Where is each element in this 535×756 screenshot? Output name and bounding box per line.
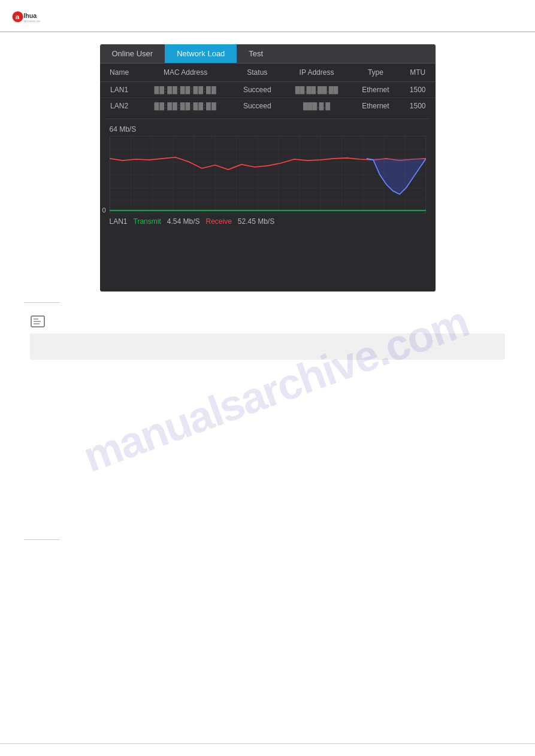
col-name: Name	[100, 63, 139, 82]
lan1-type: Ethernet	[351, 82, 400, 98]
chart-legend: LAN1 Transmit 4.54 Mb/S Receive 52.45 Mb…	[110, 217, 426, 226]
lan2-name: LAN2	[100, 98, 139, 114]
col-ip: IP Address	[282, 63, 351, 82]
network-table: Name MAC Address Status IP Address Type …	[100, 63, 436, 114]
legend-transmit-label: Transmit	[134, 217, 161, 226]
note-box	[30, 333, 505, 360]
note-section	[24, 315, 511, 360]
lan1-mac: ██:██:██:██:██	[139, 82, 232, 98]
col-mac: MAC Address	[139, 63, 232, 82]
tab-online-user[interactable]: Online User	[100, 44, 165, 63]
svg-rect-4	[110, 136, 426, 214]
lan1-ip: ██.██.██.██	[282, 82, 351, 98]
legend-receive-value: 52.45 Mb/S	[238, 217, 274, 226]
table-row: LAN2 ██:██:██:██:██ Succeed ███.█.█ Ethe…	[100, 98, 436, 114]
lan2-type: Ethernet	[351, 98, 400, 114]
tab-bar: Online User Network Load Test	[100, 44, 436, 63]
lan2-mtu: 1500	[400, 98, 436, 114]
col-status: Status	[232, 63, 282, 82]
lan2-mac: ██:██:██:██:██	[139, 98, 232, 114]
page-header: a lhua TECHNOLOGY	[0, 0, 535, 32]
chart-y-max: 64 Mb/S	[110, 125, 426, 133]
network-panel: Online User Network Load Test Name MAC A…	[100, 44, 436, 292]
lan1-mtu: 1500	[400, 82, 436, 98]
logo: a lhua TECHNOLOGY	[12, 6, 43, 28]
lan2-status: Succeed	[232, 98, 282, 114]
section-divider-1	[24, 302, 60, 303]
note-icon	[30, 315, 46, 328]
lan2-ip: ███.█.█	[282, 98, 351, 114]
svg-text:lhua: lhua	[23, 12, 37, 19]
network-chart	[110, 136, 426, 214]
chart-area: 64 Mb/S 0	[100, 119, 436, 232]
svg-text:TECHNOLOGY: TECHNOLOGY	[23, 20, 41, 23]
chart-y-zero: 0	[102, 207, 106, 214]
lan1-status: Succeed	[232, 82, 282, 98]
tab-test[interactable]: Test	[237, 44, 275, 63]
dahua-logo: a lhua TECHNOLOGY	[12, 6, 41, 28]
svg-text:a: a	[16, 13, 20, 20]
bottom-rule	[0, 743, 535, 744]
legend-lan: LAN1	[110, 217, 128, 226]
tab-network-load[interactable]: Network Load	[165, 44, 237, 63]
legend-transmit-value: 4.54 Mb/S	[167, 217, 200, 226]
lan1-name: LAN1	[100, 82, 139, 98]
chart-wrapper: 0	[110, 136, 426, 214]
col-mtu: MTU	[400, 63, 436, 82]
legend-receive-label: Receive	[205, 217, 231, 226]
col-type: Type	[351, 63, 400, 82]
table-row: LAN1 ██:██:██:██:██ Succeed ██.██.██.██ …	[100, 82, 436, 98]
main-content: Online User Network Load Test Name MAC A…	[0, 32, 535, 560]
section-divider-2	[24, 539, 60, 540]
